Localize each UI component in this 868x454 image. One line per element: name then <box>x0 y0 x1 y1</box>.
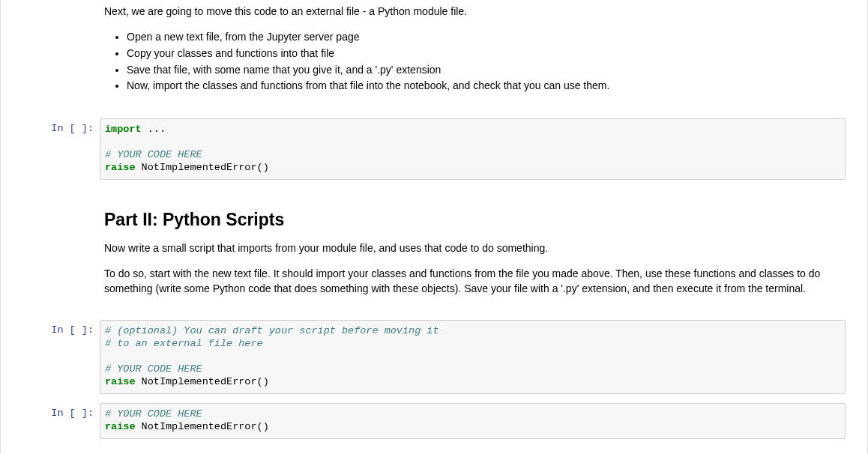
markdown-cell-end: The End! <box>8 444 860 454</box>
paragraph: Now write a small script that imports fr… <box>104 240 849 255</box>
comment: # YOUR CODE HERE <box>105 408 202 420</box>
comment: # YOUR CODE HERE <box>105 363 202 375</box>
code-text: ... <box>142 124 166 135</box>
code-text: NotImplementedError() <box>136 421 269 432</box>
code-cell: In [ ]: import ... # YOUR CODE HERE rais… <box>8 115 860 184</box>
comment: # to an external file here <box>105 338 263 349</box>
markdown-cell-part2: Part II: Python Scripts Now write a smal… <box>8 185 860 311</box>
keyword: raise <box>105 421 136 432</box>
list-item: Copy your classes and functions into tha… <box>127 46 849 62</box>
paragraph: Next, we are going to move this code to … <box>104 4 849 19</box>
code-text: NotImplementedError() <box>136 376 269 387</box>
markdown-cell-intro: Next, we are going to move this code to … <box>8 0 860 109</box>
input-prompt: In [ ]: <box>8 403 100 439</box>
code-input-area[interactable]: # (optional) You can draft your script b… <box>100 320 846 393</box>
list-item: Open a new text file, from the Jupyter s… <box>127 29 849 46</box>
input-prompt: In [ ]: <box>8 118 100 180</box>
comment: # (optional) You can draft your script b… <box>105 325 439 336</box>
keyword: import <box>105 124 142 135</box>
comment: # YOUR CODE HERE <box>105 149 202 160</box>
instruction-list: Open a new text file, from the Jupyter s… <box>104 29 849 94</box>
code-input-area[interactable]: # YOUR CODE HERE raise NotImplementedErr… <box>100 403 846 439</box>
code-text: NotImplementedError() <box>136 162 269 173</box>
list-item: Now, import the classes and functions fr… <box>127 78 849 94</box>
keyword: raise <box>105 376 136 387</box>
section-heading: Part II: Python Scripts <box>104 210 849 230</box>
list-item: Save that file, with some name that you … <box>127 62 849 79</box>
code-input-area[interactable]: import ... # YOUR CODE HERE raise NotImp… <box>100 118 846 180</box>
code-cell: In [ ]: # YOUR CODE HERE raise NotImplem… <box>8 399 860 443</box>
code-cell: In [ ]: # (optional) You can draft your … <box>8 316 860 397</box>
input-prompt: In [ ]: <box>8 320 100 393</box>
paragraph: To do so, start with the new text file. … <box>104 266 849 297</box>
notebook-container: Next, we are going to move this code to … <box>0 0 868 454</box>
keyword: raise <box>105 162 136 173</box>
